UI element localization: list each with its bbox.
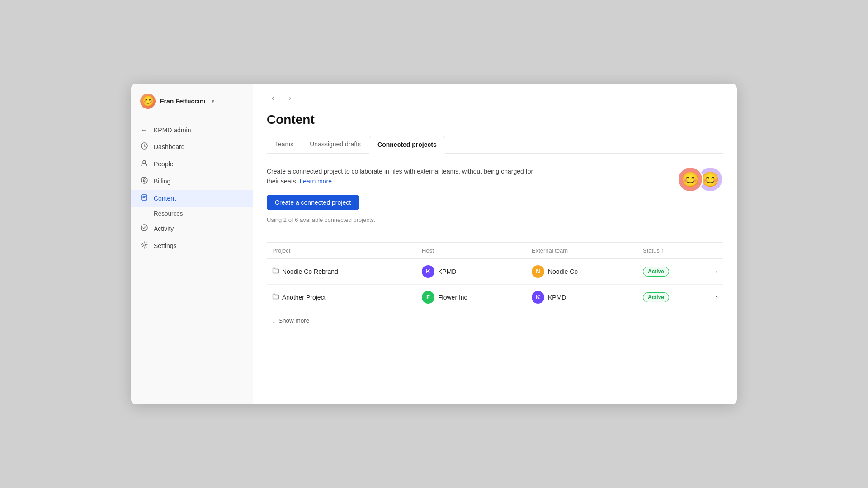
- app-window: 😊 Fran Fettuccini ▾ ← KPMD admin Dashboa…: [131, 84, 737, 404]
- folder-icon: [272, 293, 279, 301]
- user-profile[interactable]: 😊 Fran Fettuccini ▾: [131, 84, 253, 117]
- external-team-cell: N Noodle Co: [526, 258, 637, 284]
- status-badge: Active: [643, 292, 669, 302]
- sidebar-item-label: Content: [154, 195, 176, 202]
- svg-rect-3: [142, 195, 147, 200]
- forward-nav-button[interactable]: ›: [284, 92, 297, 104]
- status-cell: Active: [637, 258, 710, 284]
- svg-point-4: [141, 225, 147, 231]
- external-logo: K: [532, 291, 544, 304]
- col-header-status[interactable]: Status ↑: [637, 242, 710, 258]
- content-area: Content Teams Unassigned drafts Connecte…: [253, 104, 737, 404]
- tab-unassigned-drafts[interactable]: Unassigned drafts: [302, 136, 369, 154]
- avatar-emoji: 😊: [142, 96, 154, 106]
- settings-icon: [140, 241, 148, 250]
- col-header-project: Project: [267, 242, 416, 258]
- create-connected-project-button[interactable]: Create a connected project: [267, 195, 359, 210]
- user-name: Fran Fettuccini: [160, 98, 205, 105]
- page-title: Content: [267, 113, 723, 127]
- smiley-red-emoji: 😊: [681, 171, 699, 188]
- smiley-purple-emoji: 😊: [701, 171, 719, 188]
- sidebar-item-label: Settings: [154, 242, 177, 249]
- sidebar-nav: ← KPMD admin Dashboard People Billing: [131, 117, 253, 404]
- sidebar-item-label: People: [154, 160, 174, 168]
- row-chevron[interactable]: ›: [710, 284, 723, 310]
- sidebar-item-people[interactable]: People: [131, 155, 253, 173]
- project-name-cell: Another Project: [267, 284, 416, 310]
- show-more-label: Show more: [278, 317, 309, 324]
- learn-more-link[interactable]: Learn more: [299, 178, 332, 185]
- folder-icon: [272, 267, 279, 276]
- connected-projects-header: Create a connected project to collaborat…: [267, 166, 723, 233]
- dashboard-icon: [140, 142, 148, 151]
- col-header-host: Host: [416, 242, 526, 258]
- tab-teams[interactable]: Teams: [267, 136, 302, 154]
- sidebar-sub-label: Resources: [154, 210, 183, 217]
- content-icon: [140, 194, 148, 203]
- external-team-cell: K KPMD: [526, 284, 637, 310]
- status-cell: Active: [637, 284, 710, 310]
- connected-description: Create a connected project to collaborat…: [267, 166, 538, 187]
- host-cell: K KPMD: [416, 258, 526, 284]
- row-chevron[interactable]: ›: [710, 258, 723, 284]
- sidebar-item-billing[interactable]: Billing: [131, 173, 253, 190]
- sidebar-item-dashboard[interactable]: Dashboard: [131, 138, 253, 155]
- host-cell: F Flower Inc: [416, 284, 526, 310]
- sidebar: 😊 Fran Fettuccini ▾ ← KPMD admin Dashboa…: [131, 84, 253, 404]
- sidebar-item-activity[interactable]: Activity: [131, 220, 253, 237]
- smiley-red: 😊: [677, 166, 703, 192]
- table-row[interactable]: Noodle Co Rebrand K KPMD: [267, 258, 723, 284]
- col-header-chevron: [710, 242, 723, 258]
- people-icon: [140, 160, 148, 169]
- table-row[interactable]: Another Project F Flower Inc: [267, 284, 723, 310]
- tabs-bar: Teams Unassigned drafts Connected projec…: [267, 136, 723, 154]
- svg-point-5: [143, 244, 146, 246]
- project-name-cell: Noodle Co Rebrand: [267, 258, 416, 284]
- col-header-external-team: External team: [526, 242, 637, 258]
- billing-icon: [140, 177, 148, 186]
- show-more[interactable]: ↓ Show more: [267, 310, 723, 324]
- host-logo: F: [422, 291, 434, 304]
- sidebar-item-content[interactable]: Content: [131, 190, 253, 207]
- projects-table: Project Host External team Status ↑: [267, 242, 723, 310]
- topbar: ‹ ›: [253, 84, 737, 104]
- external-logo: N: [532, 265, 544, 278]
- sidebar-back-label: KPMD admin: [154, 127, 191, 134]
- status-badge: Active: [643, 267, 669, 277]
- sidebar-item-label: Activity: [154, 225, 174, 232]
- smiley-decoration: 😊 😊: [677, 166, 723, 192]
- back-nav-button[interactable]: ‹: [267, 92, 279, 104]
- tab-connected-projects[interactable]: Connected projects: [369, 136, 445, 154]
- usage-text: Using 2 of 6 available connected project…: [267, 216, 538, 223]
- activity-icon: [140, 224, 148, 233]
- avatar: 😊: [140, 94, 156, 109]
- sidebar-item-label: Billing: [154, 178, 170, 185]
- show-more-icon: ↓: [272, 317, 275, 324]
- sidebar-item-settings[interactable]: Settings: [131, 237, 253, 254]
- back-icon: ←: [140, 126, 148, 134]
- host-logo: K: [422, 265, 434, 278]
- main-content: ‹ › Content Teams Unassigned drafts Conn…: [253, 84, 737, 404]
- chevron-down-icon: ▾: [212, 98, 214, 104]
- sidebar-item-label: Dashboard: [154, 143, 185, 150]
- connected-description-block: Create a connected project to collaborat…: [267, 166, 538, 233]
- sidebar-sub-resources[interactable]: Resources: [131, 207, 253, 220]
- sidebar-back[interactable]: ← KPMD admin: [131, 122, 253, 138]
